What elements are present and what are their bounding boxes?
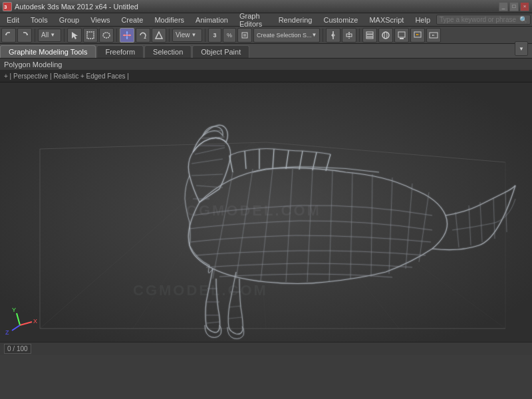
polygon-modeling-label: Polygon Modeling — [0, 59, 532, 70]
window-title: Autodesk 3ds Max 2012 x64 - Untitled — [15, 3, 138, 11]
svg-text:CGMODEL.COM: CGMODEL.COM — [133, 282, 268, 299]
svg-point-23 — [382, 32, 389, 39]
numeric-button[interactable]: 3 — [208, 28, 221, 43]
ribbon-extras: ▼ — [511, 39, 532, 58]
select-button[interactable] — [67, 28, 82, 43]
menu-animation[interactable]: Animation — [190, 15, 233, 25]
svg-marker-7 — [126, 37, 128, 39]
scene-container[interactable]: CGMODEL.COM CGMODEL.COM X Y Z — [0, 82, 532, 342]
separator-1 — [35, 29, 35, 42]
select-region-button[interactable] — [83, 28, 98, 43]
svg-text:Y: Y — [12, 307, 16, 313]
svg-rect-2 — [87, 32, 94, 39]
menu-graph-editors[interactable]: Graph Editors — [234, 11, 273, 29]
separator-3 — [116, 29, 117, 42]
maximize-button[interactable]: □ — [509, 2, 519, 11]
menu-maxscript[interactable]: MAXScript — [364, 15, 409, 25]
rotate-button[interactable] — [136, 28, 150, 43]
menu-modifiers[interactable]: Modifiers — [149, 15, 190, 25]
viewport-scene: CGMODEL.COM CGMODEL.COM X Y Z — [0, 82, 532, 342]
material-editor-button[interactable] — [378, 28, 393, 43]
selection-label: Create Selection S... — [257, 32, 312, 39]
svg-rect-26 — [400, 38, 404, 39]
svg-marker-8 — [123, 34, 125, 36]
tab-selection[interactable]: Selection — [144, 45, 192, 58]
svg-text:3: 3 — [4, 4, 7, 10]
menu-bar: Edit Tools Group Views Create Modifiers … — [0, 13, 532, 27]
align-button[interactable] — [342, 28, 356, 43]
scale-button[interactable] — [152, 28, 166, 43]
tab-freeform[interactable]: Freeform — [96, 45, 144, 58]
sel-chevron-icon: ▼ — [312, 32, 317, 38]
menu-rendering[interactable]: Rendering — [273, 15, 318, 25]
svg-text:Z: Z — [5, 329, 9, 336]
svg-rect-21 — [366, 35, 373, 37]
minimize-button[interactable]: _ — [499, 2, 508, 11]
svg-marker-17 — [333, 33, 335, 37]
menu-help[interactable]: Help — [410, 15, 436, 25]
filter-label: All — [41, 31, 49, 39]
chevron-down-icon: ▼ — [50, 32, 55, 38]
media-button[interactable] — [426, 28, 441, 43]
separator-4 — [169, 29, 170, 42]
search-input[interactable] — [440, 16, 519, 23]
coord-label: View — [176, 31, 190, 39]
spinner-button[interactable] — [237, 28, 252, 43]
menu-edit[interactable]: Edit — [1, 15, 25, 25]
title-bar-left: 3 Autodesk 3ds Max 2012 x64 - Untitled — [3, 2, 138, 11]
separator-5 — [205, 29, 205, 42]
svg-rect-22 — [366, 37, 373, 39]
ribbon-tabs: Graphite Modeling Tools Freeform Selecti… — [0, 44, 532, 59]
svg-rect-20 — [366, 32, 373, 34]
window-controls[interactable]: _ □ × — [499, 2, 529, 11]
tab-graphite-modeling[interactable]: Graphite Modeling Tools — [0, 45, 96, 58]
separator-2 — [64, 29, 65, 42]
undo-button[interactable] — [1, 28, 16, 43]
menu-customize[interactable]: Customize — [318, 15, 363, 25]
svg-marker-10 — [144, 37, 146, 39]
filter-dropdown[interactable]: All ▼ — [38, 29, 61, 42]
search-area[interactable]: 🔍 — [436, 15, 531, 25]
main-viewport[interactable]: CGMODEL.COM CGMODEL.COM X Y Z — [0, 82, 532, 342]
svg-marker-30 — [432, 35, 435, 36]
svg-text:X: X — [33, 318, 37, 325]
search-icon: 🔍 — [519, 16, 527, 23]
menu-tools[interactable]: Tools — [25, 15, 53, 25]
coord-dropdown[interactable]: View ▼ — [172, 29, 202, 42]
menu-create[interactable]: Create — [116, 15, 148, 25]
menu-group[interactable]: Group — [54, 15, 85, 25]
separator-6 — [323, 29, 323, 42]
svg-rect-25 — [398, 32, 405, 37]
svg-marker-16 — [331, 33, 333, 37]
svg-marker-9 — [129, 34, 131, 36]
frame-counter: 0 / 100 — [4, 344, 31, 354]
render-setup-button[interactable] — [394, 28, 409, 43]
status-bar: 0 / 100 — [0, 342, 532, 355]
lasso-button[interactable] — [99, 28, 114, 43]
named-selections-button[interactable]: Create Selection S... ▼ — [253, 28, 320, 43]
svg-rect-12 — [242, 33, 247, 38]
viewport-label: + | Perspective | Realistic + Edged Face… — [4, 72, 129, 80]
svg-point-24 — [384, 32, 387, 39]
svg-text:CGMODEL.COM: CGMODEL.COM — [186, 202, 321, 219]
close-button[interactable]: × — [520, 2, 529, 11]
svg-point-3 — [103, 33, 110, 38]
snap-percent-button[interactable]: % — [223, 28, 236, 43]
layer-button[interactable] — [362, 28, 377, 43]
move-button[interactable] — [120, 28, 134, 43]
svg-marker-11 — [156, 32, 162, 39]
svg-marker-6 — [126, 31, 128, 33]
ribbon-pin-button[interactable]: ▼ — [515, 41, 528, 56]
main-toolbar: All ▼ View ▼ — [0, 27, 532, 44]
coord-chevron-icon: ▼ — [192, 32, 197, 38]
menu-views[interactable]: Views — [85, 15, 115, 25]
viewport-header: + | Perspective | Realistic + Edged Face… — [0, 70, 532, 82]
render-button[interactable] — [410, 28, 425, 43]
redo-button[interactable] — [17, 28, 32, 43]
app-icon: 3 — [3, 2, 12, 11]
mirror-button[interactable] — [326, 28, 340, 43]
tab-object-paint[interactable]: Object Paint — [192, 45, 249, 58]
separator-7 — [359, 29, 360, 42]
